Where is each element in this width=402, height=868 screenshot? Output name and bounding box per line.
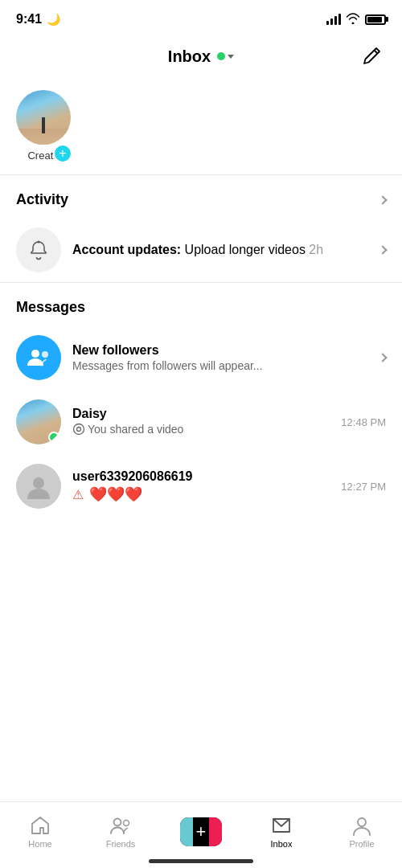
new-followers-item[interactable]: New followers Messages from followers wi… [0, 326, 402, 390]
svg-point-8 [358, 818, 366, 826]
daisy-online-dot [48, 432, 59, 443]
plus-button[interactable]: + [180, 817, 222, 846]
chevron-down-icon [228, 55, 234, 59]
plus-icon: + [196, 823, 207, 841]
user-name: user6339206086619 [72, 469, 330, 484]
story-section: + Create [0, 77, 402, 174]
svg-point-4 [77, 427, 81, 431]
create-story-item[interactable]: + Create [16, 90, 71, 162]
user-message-item[interactable]: user6339206086619 ⚠ ❤️❤️❤️ 12:27 PM [0, 454, 402, 518]
svg-point-2 [42, 351, 48, 358]
nav-item-home[interactable]: Home [0, 809, 80, 849]
svg-point-7 [124, 821, 129, 826]
nav-item-profile[interactable]: Profile [322, 809, 402, 849]
activity-item-content: Account updates: Upload longer videos 2h [72, 243, 368, 257]
header-title: Inbox [168, 47, 234, 66]
warning-icon: ⚠ [72, 488, 84, 502]
daisy-name: Daisy [72, 407, 330, 421]
followers-icon [26, 346, 51, 369]
svg-point-1 [31, 350, 39, 358]
svg-point-0 [38, 241, 40, 244]
daisy-message-content: Daisy You shared a video [72, 407, 330, 438]
user-message-time: 12:27 PM [341, 481, 386, 493]
user-avatar-image [16, 464, 61, 509]
moon-icon: 🌙 [47, 13, 60, 26]
profile-icon [352, 815, 371, 836]
daisy-message-item[interactable]: Daisy You shared a video 12:48 PM [0, 390, 402, 454]
compose-button[interactable] [357, 42, 386, 71]
nav-item-plus[interactable]: + [161, 811, 241, 846]
new-followers-title: New followers [72, 343, 368, 358]
messages-title: Messages [16, 299, 85, 316]
plus-badge: + [53, 144, 72, 163]
story-avatar-circle [16, 90, 71, 145]
bottom-nav: Home Friends + Inbox Profile [0, 801, 402, 868]
story-avatar-image [16, 90, 71, 145]
activity-title: Activity [16, 191, 68, 208]
messages-section-header: Messages [0, 283, 402, 326]
signal-icon [326, 14, 341, 25]
new-followers-subtitle: Messages from followers will appear... [72, 359, 368, 372]
daisy-message-time: 12:48 PM [341, 416, 386, 428]
svg-point-3 [74, 424, 84, 434]
activity-section-header[interactable]: Activity [0, 175, 402, 218]
nav-item-friends[interactable]: Friends [80, 809, 161, 849]
inbox-nav-label: Inbox [271, 839, 293, 849]
nav-item-inbox[interactable]: Inbox [241, 809, 322, 849]
battery-icon [365, 14, 386, 25]
wifi-icon [346, 13, 360, 27]
user-message-content: user6339206086619 ⚠ ❤️❤️❤️ [72, 469, 330, 503]
status-time: 9:41 [16, 12, 42, 27]
home-icon [30, 815, 51, 836]
new-followers-content: New followers Messages from followers wi… [72, 343, 368, 372]
status-icons [326, 13, 386, 27]
profile-label: Profile [349, 839, 374, 849]
user-message-subtitle: ⚠ ❤️❤️❤️ [72, 485, 330, 503]
shared-video-icon: You shared a video [72, 423, 183, 436]
home-indicator [149, 859, 253, 863]
new-followers-arrow-icon [378, 353, 387, 362]
home-label: Home [28, 839, 51, 849]
user-hearts: ❤️❤️❤️ [89, 486, 142, 502]
account-updates-time: 2h [306, 243, 323, 256]
daisy-message-subtitle: You shared a video [72, 423, 330, 438]
inbox-header: Inbox [0, 35, 402, 77]
inbox-icon [271, 815, 292, 836]
followers-icon-container [16, 335, 61, 380]
status-bar: 9:41 🌙 [0, 0, 402, 35]
account-updates-text: Upload longer videos [181, 243, 306, 256]
daisy-message-text: You shared a video [88, 423, 183, 436]
bell-icon-container [16, 227, 61, 272]
online-dot [217, 52, 225, 60]
svg-point-5 [33, 477, 44, 489]
account-updates-bold: Account updates: [72, 243, 181, 256]
activity-item-title: Account updates: Upload longer videos 2h [72, 243, 368, 257]
activity-item[interactable]: Account updates: Upload longer videos 2h [0, 218, 402, 282]
friends-icon [109, 815, 132, 836]
user-avatar [16, 464, 61, 509]
bell-icon [27, 239, 50, 261]
daisy-avatar [16, 399, 61, 444]
svg-point-6 [114, 819, 121, 826]
online-indicator[interactable] [217, 52, 234, 60]
inbox-title: Inbox [168, 47, 211, 66]
activity-arrow-icon [378, 195, 387, 204]
activity-item-arrow-icon [378, 245, 387, 254]
friends-label: Friends [106, 839, 136, 849]
